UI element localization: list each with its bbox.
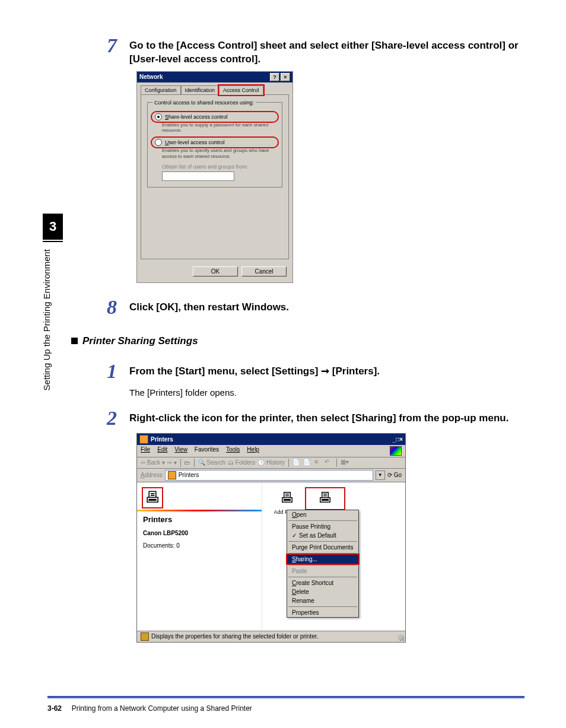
step-number: 8 [107, 297, 120, 317]
ok-button[interactable]: OK [193, 266, 238, 276]
step-number: 1 [107, 361, 120, 382]
search-button[interactable]: 🔍 Search [198, 459, 225, 466]
back-button[interactable]: ⇦ Back ▾ [141, 459, 165, 466]
menu-help[interactable]: Help [247, 446, 259, 456]
dialog-title: Network [139, 74, 269, 80]
window-title: Printers [151, 436, 393, 443]
left-panel: 🖶 Printers Canon LBP5200 Documents: 0 [137, 482, 262, 631]
step-title: Click [OK], then restart Windows. [129, 301, 289, 314]
address-label: Address [141, 472, 163, 478]
statusbar: Displays the properties for sharing the … [137, 631, 405, 642]
chapter-side-label: Setting Up the Printing Environment [42, 249, 52, 390]
obtain-label: Obtain list of users and groups from: [162, 164, 277, 170]
access-groupbox: Control access to shared resources using… [147, 102, 282, 187]
up-button[interactable]: 🗁 [185, 459, 190, 466]
radio-icon [155, 139, 162, 146]
step-title: Right-click the icon for the printer, th… [129, 412, 508, 425]
tab-configuration[interactable]: Configuration [141, 85, 181, 95]
radio-desc: Enables you to specify users and groups … [162, 148, 277, 159]
close-button[interactable]: × [281, 73, 290, 81]
step-number: 2 [107, 408, 120, 428]
left-title: Printers [143, 515, 256, 524]
copy-to-icon[interactable]: 📄 [303, 459, 311, 467]
address-dropdown-icon[interactable]: ▼ [376, 471, 385, 480]
windows-logo-icon [390, 446, 402, 456]
printers-folder-icon [139, 435, 148, 444]
history-button[interactable]: 🕓 History [257, 459, 285, 466]
resize-grip-icon[interactable] [398, 635, 404, 641]
printers-folder-large-icon: 🖶 [143, 488, 162, 507]
tab-access-control[interactable]: Access Control [219, 85, 263, 95]
obtain-field[interactable] [162, 171, 234, 181]
dialog-titlebar: Network ? × [137, 72, 292, 82]
radio-label: Share-level access control [165, 114, 228, 120]
ctx-purge[interactable]: Purge Print Documents [287, 543, 358, 552]
address-value: Printers [179, 472, 199, 478]
group-legend: Control access to shared resources using… [152, 100, 256, 106]
radio-label: User-level access control [165, 139, 225, 145]
tab-identification[interactable]: Identification [181, 85, 220, 95]
icon-view: 🖶 Add Printer 🖶 Canon LBP5200 Open Pause… [262, 482, 405, 631]
selected-printer-name: Canon LBP5200 [143, 530, 256, 536]
radio-share-level[interactable]: Share-level access control [152, 113, 277, 121]
context-menu: Open Pause Printing Set as Default Purge… [287, 510, 359, 618]
network-dialog: Network ? × Configuration Identification… [136, 71, 293, 283]
address-field[interactable]: Printers [165, 470, 373, 481]
cancel-button[interactable]: Cancel [241, 266, 287, 276]
step-body: The [Printers] folder opens. [129, 387, 524, 398]
undo-icon[interactable]: ↶ [325, 459, 333, 467]
section-heading-text: Printer Sharing Settings [82, 335, 198, 347]
footer-text: Printing from a Network Computer using a… [72, 704, 252, 713]
ctx-paste: Paste [287, 567, 358, 576]
menu-tools[interactable]: Tools [226, 446, 240, 456]
menu-edit[interactable]: Edit [157, 446, 167, 456]
printers-window: Printers _ □ × File Edit View Favorites … [136, 433, 406, 643]
footer-rule [47, 696, 524, 698]
page-footer: 3-62 Printing from a Network Computer us… [47, 704, 524, 713]
status-icon [141, 632, 149, 641]
ctx-sharing[interactable]: Sharing... [287, 555, 358, 564]
radio-icon [155, 113, 162, 120]
delete-icon[interactable]: ✕ [314, 459, 322, 467]
ctx-properties[interactable]: Properties [287, 608, 358, 617]
forward-button[interactable]: ⇨ ▾ [167, 459, 177, 466]
help-button[interactable]: ? [270, 73, 279, 81]
chapter-tab: 3 [43, 214, 63, 240]
ctx-shortcut[interactable]: Create Shortcut [287, 578, 358, 587]
step-title: From the [Start] menu, select [Settings]… [129, 365, 380, 379]
ctx-pause[interactable]: Pause Printing [287, 522, 358, 531]
address-bar: Address Printers ▼ ⟳ Go [137, 469, 405, 482]
go-button[interactable]: ⟳ Go [387, 472, 402, 478]
ctx-set-default[interactable]: Set as Default [287, 531, 358, 540]
toolbar: ⇦ Back ▾ ⇨ ▾ 🗁 🔍 Search 🗂 Folders 🕓 Hist… [137, 457, 405, 469]
move-to-icon[interactable]: 📄 [292, 459, 301, 467]
folders-button[interactable]: 🗂 Folders [228, 459, 255, 466]
step-number: 7 [107, 36, 120, 56]
radio-user-level[interactable]: User-level access control [152, 138, 277, 147]
ctx-rename[interactable]: Rename [287, 596, 358, 605]
menubar: File Edit View Favorites Tools Help [137, 445, 405, 457]
menu-view[interactable]: View [174, 446, 187, 456]
ctx-delete[interactable]: Delete [287, 587, 358, 596]
menu-favorites[interactable]: Favorites [195, 446, 219, 456]
views-icon[interactable]: ▦▾ [341, 459, 349, 467]
folder-icon [168, 471, 176, 479]
bullet-icon [71, 338, 78, 344]
menu-file[interactable]: File [141, 446, 150, 456]
ctx-open[interactable]: Open [287, 510, 358, 519]
page-number: 3-62 [47, 704, 62, 713]
section-heading: Printer Sharing Settings [71, 335, 524, 347]
window-titlebar: Printers _ □ × [137, 434, 405, 445]
step-title: Go to the [Access Control] sheet and sel… [129, 39, 524, 66]
radio-desc: Enables you to supply a password for eac… [162, 122, 277, 133]
status-text: Displays the properties for sharing the … [151, 633, 318, 640]
documents-count: Documents: 0 [143, 542, 256, 549]
close-button[interactable]: × [399, 436, 403, 443]
